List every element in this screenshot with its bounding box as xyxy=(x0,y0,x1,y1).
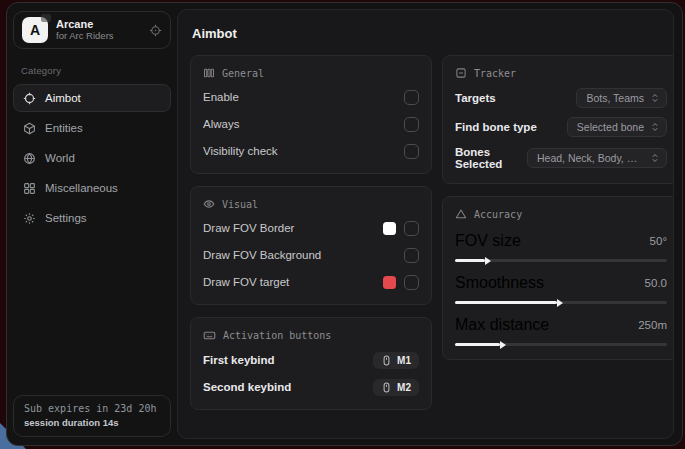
main-panel: Aimbot General Enable xyxy=(177,9,674,439)
setting-label: Max distance xyxy=(455,316,549,334)
crosshair-icon xyxy=(23,92,36,105)
sidebar-nav: Aimbot Entities World xyxy=(13,84,171,232)
globe-icon xyxy=(23,152,36,165)
keybind-value: M1 xyxy=(397,355,411,366)
sidebar-item-miscellaneous[interactable]: Miscellaneous xyxy=(13,174,171,202)
setting-label: Smoothness xyxy=(455,274,544,292)
bone-type-dropdown[interactable]: Selected bone xyxy=(567,117,667,137)
dropdown-value: Head, Neck, Body, Pe... xyxy=(537,152,644,164)
setting-label: Draw FOV Background xyxy=(203,249,321,261)
setting-row-visibility-check: Visibility check xyxy=(203,142,419,160)
keyboard-icon xyxy=(203,329,216,342)
page-title: Aimbot xyxy=(192,26,663,41)
setting-row-fov-size: FOV size 50° xyxy=(455,232,667,262)
dropdown-value: Selected bone xyxy=(577,121,644,133)
visibility-check-checkbox[interactable] xyxy=(404,144,419,159)
setting-row-bones-selected: Bones Selected Head, Neck, Body, Pe... xyxy=(455,146,667,170)
fov-size-slider[interactable] xyxy=(455,259,667,262)
setting-label: Draw FOV target xyxy=(203,276,289,288)
subscription-status: Sub expires in 23d 20h session duration … xyxy=(13,395,171,437)
sidebar-item-label: World xyxy=(45,152,75,164)
sub-expiry-text: Sub expires in 23d 20h xyxy=(24,403,160,414)
keybind-value: M2 xyxy=(397,382,411,393)
unfold-icon xyxy=(650,153,660,163)
sidebar-item-label: Entities xyxy=(45,122,83,134)
card-title: General xyxy=(222,68,264,79)
setting-label: Draw FOV Border xyxy=(203,222,294,234)
max-distance-slider[interactable] xyxy=(455,343,667,346)
setting-label: Find bone type xyxy=(455,121,537,133)
sidebar-item-entities[interactable]: Entities xyxy=(13,114,171,142)
columns-icon xyxy=(203,67,215,79)
frame-minus-icon xyxy=(455,67,467,79)
category-label: Category xyxy=(21,65,171,76)
setting-label: Always xyxy=(203,118,239,130)
targets-dropdown[interactable]: Bots, Teams xyxy=(576,88,667,108)
smoothness-slider[interactable] xyxy=(455,301,667,304)
card-activation-buttons: Activation buttons First keybind M1 xyxy=(190,317,432,410)
enable-checkbox[interactable] xyxy=(404,90,419,105)
app-brand: Arcane for Arc Riders xyxy=(56,18,141,42)
unfold-icon xyxy=(650,93,660,103)
slider-fill[interactable] xyxy=(455,259,485,262)
always-checkbox[interactable] xyxy=(404,117,419,132)
setting-label: Enable xyxy=(203,91,239,103)
app-window: A Arcane for Arc Riders Category xyxy=(6,2,683,446)
setting-row-enable: Enable xyxy=(203,88,419,106)
fov-border-checkbox[interactable] xyxy=(404,221,419,236)
first-keybind-button[interactable]: M1 xyxy=(373,352,419,369)
slider-fill[interactable] xyxy=(455,343,500,346)
slider-value: 50.0 xyxy=(645,277,667,289)
setting-label: Second keybind xyxy=(203,381,291,393)
bones-selected-dropdown[interactable]: Head, Neck, Body, Pe... xyxy=(527,148,667,168)
triangle-icon xyxy=(455,208,467,220)
setting-row-first-keybind: First keybind M1 xyxy=(203,351,419,369)
slider-fill[interactable] xyxy=(455,301,557,304)
card-visual: Visual Draw FOV Border Draw FOV Backgrou… xyxy=(190,186,432,305)
scope-icon[interactable] xyxy=(149,24,162,37)
app-header: A Arcane for Arc Riders xyxy=(13,11,171,49)
setting-label: Targets xyxy=(455,92,496,104)
sidebar-item-world[interactable]: World xyxy=(13,144,171,172)
fov-border-color-swatch[interactable] xyxy=(383,222,396,235)
setting-row-fov-background: Draw FOV Background xyxy=(203,246,419,264)
setting-row-max-distance: Max distance 250m xyxy=(455,316,667,346)
session-duration-text: session duration 14s xyxy=(24,417,160,428)
card-title: Activation buttons xyxy=(223,330,331,341)
cube-icon xyxy=(23,122,36,135)
mouse-icon xyxy=(381,355,392,366)
setting-row-fov-border: Draw FOV Border xyxy=(203,219,419,237)
card-general: General Enable Always Visibility check xyxy=(190,55,432,174)
setting-label: First keybind xyxy=(203,354,275,366)
setting-row-targets: Targets Bots, Teams xyxy=(455,88,667,108)
fov-background-checkbox[interactable] xyxy=(404,248,419,263)
sidebar: A Arcane for Arc Riders Category xyxy=(7,3,177,445)
sidebar-item-label: Aimbot xyxy=(45,92,81,104)
card-accuracy: Accuracy FOV size 50° Smoothness xyxy=(442,196,674,360)
sidebar-item-label: Settings xyxy=(45,212,87,224)
app-subtitle: for Arc Riders xyxy=(56,31,141,42)
setting-row-find-bone-type: Find bone type Selected bone xyxy=(455,117,667,137)
sidebar-item-label: Miscellaneous xyxy=(45,182,118,194)
setting-row-fov-target: Draw FOV target xyxy=(203,273,419,291)
fov-target-checkbox[interactable] xyxy=(404,275,419,290)
fov-target-color-swatch[interactable] xyxy=(383,276,396,289)
mouse-icon xyxy=(381,382,392,393)
dropdown-value: Bots, Teams xyxy=(586,92,644,104)
unfold-icon xyxy=(650,122,660,132)
card-title: Accuracy xyxy=(474,209,522,220)
app-name: Arcane xyxy=(56,18,141,31)
card-title: Visual xyxy=(222,199,258,210)
setting-row-smoothness: Smoothness 50.0 xyxy=(455,274,667,304)
slider-value: 250m xyxy=(638,319,667,331)
app-logo: A xyxy=(22,17,48,43)
card-title: Tracker xyxy=(474,68,516,79)
card-tracker: Tracker Targets Bots, Teams xyxy=(442,55,674,184)
gear-icon xyxy=(23,212,36,225)
sidebar-item-settings[interactable]: Settings xyxy=(13,204,171,232)
second-keybind-button[interactable]: M2 xyxy=(373,379,419,396)
sidebar-item-aimbot[interactable]: Aimbot xyxy=(13,84,171,112)
slider-value: 50° xyxy=(650,235,667,247)
setting-label: FOV size xyxy=(455,232,521,250)
grid-icon xyxy=(23,182,36,195)
